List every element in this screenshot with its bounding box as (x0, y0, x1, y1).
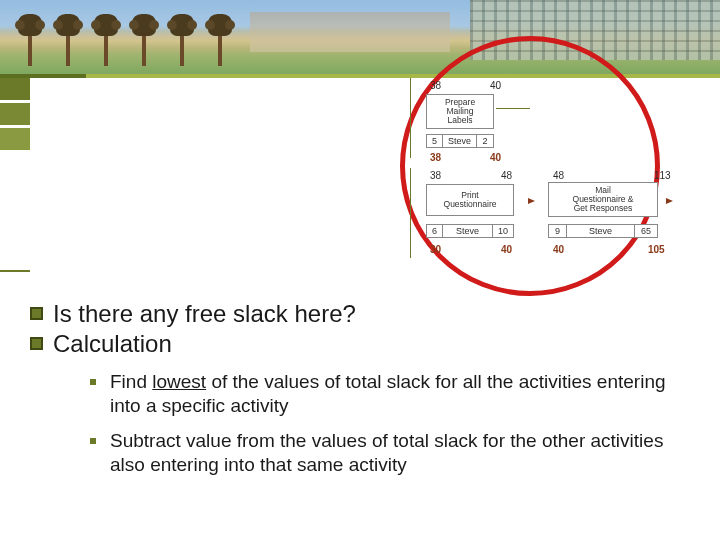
num: 38 (430, 80, 441, 91)
activity-box-mail: Mail Questionnaire & Get Responses (548, 182, 658, 217)
tree-icon (132, 14, 156, 66)
num: 38 (430, 152, 441, 163)
num: 40 (490, 152, 501, 163)
bullet-icon (90, 438, 96, 444)
activity-box-prepare: Prepare Mailing Labels (426, 94, 494, 129)
network-diagram: 38 40 Prepare Mailing Labels 5 Steve 2 3… (408, 78, 698, 290)
resource-row: 5 Steve 2 (426, 134, 494, 148)
tree-icon (208, 14, 232, 66)
tree-icon (18, 14, 42, 66)
header-banner (0, 0, 720, 74)
bullet-text: Calculation (53, 330, 172, 358)
list-item: Is there any free slack here? (30, 300, 700, 328)
bullet-text: Is there any free slack here? (53, 300, 356, 328)
sub-text: Find lowest of the values of total slack… (110, 370, 700, 419)
tree-icon (56, 14, 80, 66)
content: Is there any free slack here? Calculatio… (30, 300, 700, 487)
list-item: Calculation (30, 330, 700, 358)
bullet-icon (30, 307, 43, 320)
num: 38 (430, 170, 441, 181)
sub-text: Subtract value from the values of total … (110, 429, 700, 478)
building-graphic (250, 12, 450, 52)
tree-icon (94, 14, 118, 66)
arrow-icon (528, 198, 535, 204)
num: 30 (430, 244, 441, 255)
resource-row: 9 Steve 65 (548, 224, 658, 238)
num: 40 (501, 244, 512, 255)
num: 105 (648, 244, 665, 255)
sidebar-deco (0, 78, 36, 278)
bullet-icon (90, 379, 96, 385)
list-item: Find lowest of the values of total slack… (90, 370, 700, 419)
activity-box-print: Print Questionnaire (426, 184, 514, 216)
num: 40 (490, 80, 501, 91)
num: 40 (553, 244, 564, 255)
resource-row: 6 Steve 10 (426, 224, 514, 238)
num: 48 (553, 170, 564, 181)
bullet-icon (30, 337, 43, 350)
building-graphic (470, 0, 720, 60)
num: 48 (501, 170, 512, 181)
list-item: Subtract value from the values of total … (90, 429, 700, 478)
num: 113 (654, 170, 671, 181)
tree-icon (170, 14, 194, 66)
arrow-icon (666, 198, 673, 204)
